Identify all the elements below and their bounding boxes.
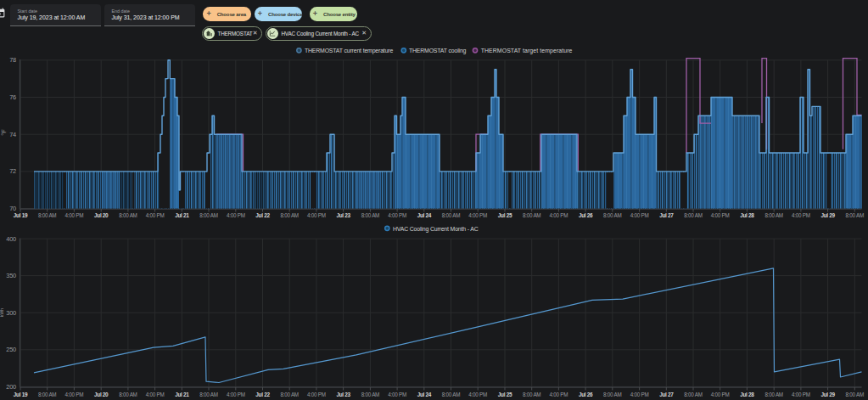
svg-text:300: 300 [6,309,16,317]
svg-text:Jul 24: Jul 24 [417,392,432,397]
svg-text:4:00 PM: 4:00 PM [146,392,165,397]
svg-text:72: 72 [9,167,16,175]
svg-text:Jul 29: Jul 29 [820,392,835,397]
svg-text:8:00 AM: 8:00 AM [281,392,299,397]
svg-text:THERMOSTAT current temperature: THERMOSTAT current temperature [305,48,394,54]
svg-text:4:00 PM: 4:00 PM [65,392,84,397]
svg-text:Jul 23: Jul 23 [336,212,350,218]
svg-text:8:00 AM: 8:00 AM [442,212,460,218]
svg-text:°F: °F [0,129,8,136]
svg-text:Jul 23: Jul 23 [336,392,350,397]
svg-text:Jul 19: Jul 19 [14,212,28,218]
svg-text:kWh: kWh [0,308,4,317]
svg-text:Jul 21: Jul 21 [175,212,189,218]
svg-text:4:00 PM: 4:00 PM [388,212,406,218]
svg-text:8:00 AM: 8:00 AM [603,392,621,397]
svg-text:Jul 28: Jul 28 [740,392,754,397]
svg-text:8:00 AM: 8:00 AM [684,212,702,218]
svg-text:4:00 PM: 4:00 PM [65,212,84,218]
svg-text:8:00 AM: 8:00 AM [684,392,702,397]
svg-text:Jul 19: Jul 19 [14,392,28,397]
svg-text:Jul 25: Jul 25 [498,212,512,218]
svg-text:4:00 PM: 4:00 PM [792,392,810,397]
svg-text:8:00 AM: 8:00 AM [119,212,137,218]
svg-text:8:00 AM: 8:00 AM [38,392,56,397]
svg-text:8:00 AM: 8:00 AM [603,212,621,218]
svg-text:4:00 PM: 4:00 PM [307,212,326,218]
svg-text:400: 400 [6,235,16,243]
svg-text:8:00 AM: 8:00 AM [846,212,864,218]
svg-text:Jul 22: Jul 22 [255,212,270,218]
svg-text:8:00 AM: 8:00 AM [38,212,56,218]
svg-text:Jul 24: Jul 24 [417,212,432,218]
svg-text:Jul 27: Jul 27 [659,212,674,218]
svg-text:4:00 PM: 4:00 PM [792,212,810,218]
svg-text:Jul 21: Jul 21 [175,392,189,397]
svg-text:250: 250 [6,346,16,353]
svg-text:Jul 20: Jul 20 [94,392,109,397]
svg-text:THERMOSTAT cooling: THERMOSTAT cooling [409,48,467,54]
svg-text:8:00 AM: 8:00 AM [765,212,783,218]
svg-text:8:00 AM: 8:00 AM [523,212,540,218]
svg-text:4:00 PM: 4:00 PM [711,212,730,218]
svg-text:4:00 PM: 4:00 PM [227,212,245,218]
svg-text:4:00 PM: 4:00 PM [388,392,406,397]
svg-text:8:00 AM: 8:00 AM [361,212,379,218]
svg-text:8:00 AM: 8:00 AM [199,392,217,397]
svg-text:Jul 25: Jul 25 [498,392,512,397]
svg-text:8:00 AM: 8:00 AM [442,392,460,397]
svg-text:Jul 26: Jul 26 [579,212,593,218]
svg-text:8:00 AM: 8:00 AM [765,392,783,397]
svg-text:78: 78 [9,56,16,64]
svg-text:THERMOSTAT target temperature: THERMOSTAT target temperature [481,48,573,54]
svg-text:Jul 27: Jul 27 [659,392,674,397]
svg-text:8:00 AM: 8:00 AM [281,212,299,218]
svg-text:4:00 PM: 4:00 PM [146,212,165,218]
svg-text:8:00 AM: 8:00 AM [523,392,540,397]
svg-text:4:00 PM: 4:00 PM [550,212,568,218]
svg-text:4:00 PM: 4:00 PM [711,392,730,397]
svg-text:4:00 PM: 4:00 PM [227,392,245,397]
svg-text:350: 350 [6,272,16,279]
svg-text:4:00 PM: 4:00 PM [468,392,487,397]
svg-text:8:00 AM: 8:00 AM [199,212,217,218]
svg-text:Jul 22: Jul 22 [255,392,270,397]
svg-text:4:00 PM: 4:00 PM [630,392,649,397]
svg-text:Jul 26: Jul 26 [579,392,593,397]
svg-text:200: 200 [6,383,16,391]
svg-text:4:00 PM: 4:00 PM [307,392,326,397]
svg-text:4:00 PM: 4:00 PM [468,212,487,218]
svg-text:Jul 29: Jul 29 [820,212,835,218]
svg-text:8:00 AM: 8:00 AM [119,392,137,397]
svg-text:4:00 PM: 4:00 PM [630,212,649,218]
svg-text:8:00 AM: 8:00 AM [846,392,864,397]
svg-text:8:00 AM: 8:00 AM [361,392,379,397]
svg-text:76: 76 [9,93,16,101]
svg-text:HVAC Cooling Current Month - A: HVAC Cooling Current Month - AC [393,226,479,233]
svg-text:74: 74 [9,131,16,138]
svg-text:4:00 PM: 4:00 PM [550,392,568,397]
svg-text:Jul 20: Jul 20 [94,212,109,218]
svg-text:Jul 28: Jul 28 [740,212,754,218]
